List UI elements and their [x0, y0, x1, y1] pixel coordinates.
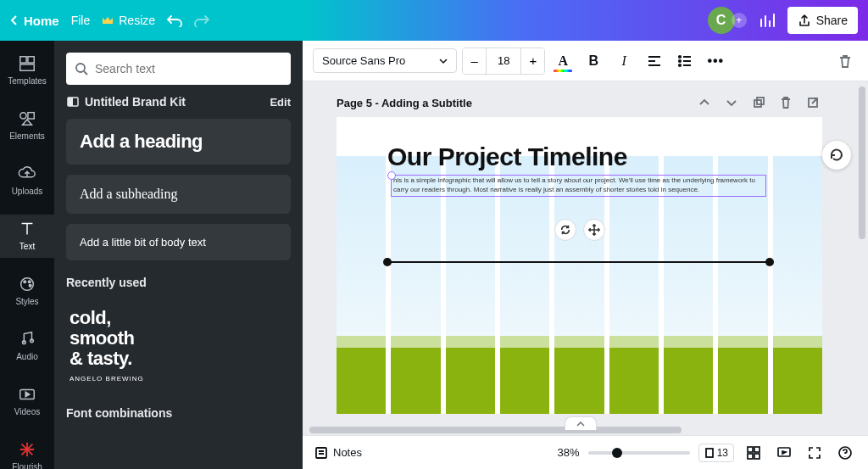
svg-rect-17: [757, 98, 764, 104]
list-button[interactable]: [672, 48, 698, 74]
add-collaborator-icon[interactable]: +: [732, 13, 747, 28]
svg-point-15: [679, 64, 681, 65]
assist-fab[interactable]: [822, 141, 851, 170]
audio-icon: [18, 330, 36, 349]
page-up-button[interactable]: [695, 93, 714, 112]
font-size-decrease[interactable]: –: [463, 48, 487, 74]
recently-used-label: Recently used: [66, 276, 291, 289]
zoom-thumb[interactable]: [612, 448, 622, 458]
svg-rect-24: [754, 454, 760, 459]
page-count-button[interactable]: 13: [698, 444, 734, 462]
page-count-value: 13: [717, 447, 728, 459]
collaborators[interactable]: C +: [708, 7, 747, 34]
page-title[interactable]: Our Project Timeline: [387, 142, 627, 171]
edit-brand-kit[interactable]: Edit: [270, 96, 291, 109]
redo-icon: [194, 14, 209, 27]
rail-uploads[interactable]: Uploads: [0, 159, 54, 203]
svg-rect-0: [20, 57, 26, 63]
add-subheading-card[interactable]: Add a subheading: [66, 175, 291, 214]
rail-styles[interactable]: Styles: [0, 270, 54, 313]
rail-elements[interactable]: Elements: [0, 104, 54, 148]
undo-button[interactable]: [167, 14, 182, 27]
more-button[interactable]: •••: [703, 48, 728, 74]
redo-button[interactable]: [194, 14, 209, 27]
vertical-scrollbar[interactable]: [858, 87, 866, 430]
rail-videos[interactable]: Videos: [0, 380, 54, 423]
rail-templates[interactable]: Templates: [0, 49, 54, 92]
svg-rect-12: [68, 98, 73, 106]
share-label: Share: [816, 14, 848, 27]
videos-icon: [18, 385, 36, 404]
svg-rect-22: [754, 447, 760, 452]
vscroll-thumb[interactable]: [859, 87, 865, 239]
duplicate-page-button[interactable]: [749, 93, 768, 112]
svg-rect-23: [748, 454, 753, 459]
rail-text[interactable]: Text: [0, 215, 54, 258]
horizontal-scrollbar[interactable]: [309, 425, 851, 435]
hscroll-thumb[interactable]: [309, 427, 682, 433]
rail-flourish[interactable]: Flourish: [0, 435, 54, 469]
notes-button[interactable]: Notes: [314, 446, 362, 460]
sync-button[interactable]: [554, 219, 576, 241]
help-button[interactable]: [834, 442, 856, 464]
selected-subtitle[interactable]: his is a simple infographic that will al…: [391, 175, 766, 197]
rail-flourish-label: Flourish: [12, 462, 42, 469]
page-strip-toggle[interactable]: [565, 416, 597, 430]
grid-view-button[interactable]: [743, 442, 765, 464]
recent-text-item[interactable]: cold, smooth & tasty. ANGELO BREWING: [66, 299, 291, 391]
file-menu[interactable]: File: [71, 14, 91, 27]
rail-audio[interactable]: Audio: [0, 325, 54, 368]
share-button[interactable]: Share: [787, 7, 858, 34]
zoom-slider[interactable]: [588, 451, 690, 455]
font-size-input[interactable]: [487, 48, 520, 74]
home-label: Home: [24, 14, 59, 28]
avatar-initial: C: [716, 13, 726, 28]
text-panel: Untitled Brand Kit Edit Add a heading Ad…: [54, 41, 303, 469]
delete-button[interactable]: [832, 48, 858, 74]
uploads-icon: [18, 165, 36, 183]
home-button[interactable]: Home: [10, 14, 59, 28]
svg-point-7: [28, 281, 31, 283]
align-button[interactable]: [642, 48, 667, 74]
text-color-button[interactable]: A: [550, 48, 576, 74]
svg-point-6: [24, 281, 26, 283]
text-icon: [18, 220, 36, 238]
search-input[interactable]: [95, 62, 282, 75]
search-icon: [75, 62, 88, 75]
bold-button[interactable]: B: [581, 48, 606, 74]
timeline-element[interactable]: [387, 261, 770, 263]
move-button[interactable]: [583, 219, 605, 241]
present-button[interactable]: [773, 442, 795, 464]
rail-templates-label: Templates: [8, 76, 47, 86]
list-icon: [677, 53, 693, 69]
app-header: Home File Resize C + Share: [0, 0, 868, 41]
font-size-stepper: – +: [462, 47, 545, 75]
chevron-down-icon: [439, 57, 448, 65]
floating-tools: [554, 219, 605, 241]
svg-rect-2: [20, 64, 35, 70]
open-page-button[interactable]: [804, 93, 822, 112]
font-size-increase[interactable]: +: [520, 48, 544, 74]
svg-rect-16: [754, 100, 761, 107]
svg-point-8: [29, 284, 31, 287]
rail-text-label: Text: [19, 242, 35, 251]
canvas-page[interactable]: Our Project Timeline his is a simple inf…: [337, 117, 822, 414]
insights-button[interactable]: [759, 12, 776, 29]
page-down-button[interactable]: [722, 93, 741, 112]
search-input-wrap[interactable]: [66, 53, 291, 85]
italic-button[interactable]: I: [611, 48, 637, 74]
rail-videos-label: Videos: [14, 407, 40, 416]
add-heading-card[interactable]: Add a heading: [66, 119, 291, 165]
brand-kit-label: Untitled Brand Kit: [85, 95, 186, 109]
zoom-value: 38%: [558, 446, 580, 459]
resize-button[interactable]: Resize: [102, 14, 155, 27]
rail-uploads-label: Uploads: [12, 187, 43, 196]
canvas-area: Source Sans Pro – + A B I •••: [303, 41, 868, 469]
delete-page-button[interactable]: [776, 93, 795, 112]
recent-text-big: cold, smooth & tasty.: [70, 308, 287, 370]
add-body-card[interactable]: Add a little bit of body text: [66, 224, 291, 260]
trash-icon: [837, 53, 853, 69]
fullscreen-button[interactable]: [804, 442, 826, 464]
palette-icon: [66, 95, 80, 109]
font-family-select[interactable]: Source Sans Pro: [313, 48, 457, 73]
